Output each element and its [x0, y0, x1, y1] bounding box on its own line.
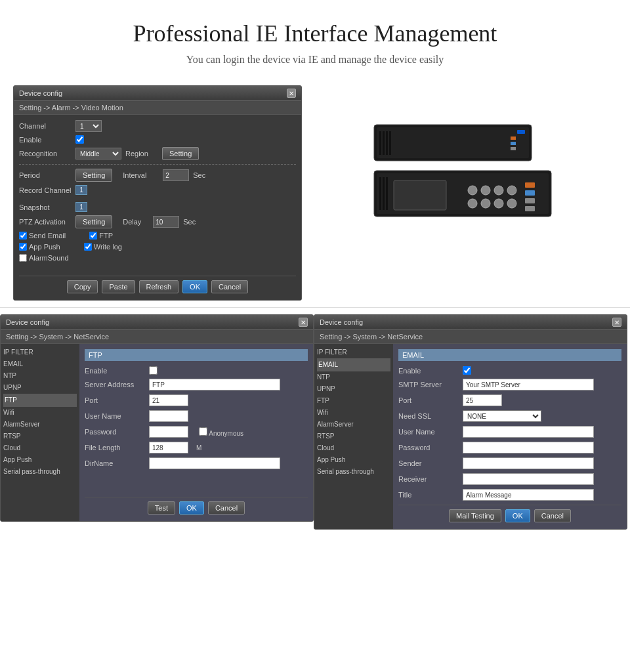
svg-rect-17	[525, 206, 535, 211]
top-row: Device config ✕ Setting -> Alarm -> Vide…	[0, 79, 630, 307]
cancel-button[interactable]: Cancel	[211, 280, 248, 293]
ftp-wrapper: FTP	[89, 232, 113, 240]
alarm-sound-checkbox[interactable]	[19, 254, 27, 262]
email-nav-rtsp[interactable]: RTSP	[317, 430, 390, 442]
email-nav-serial[interactable]: Serial pass-through	[317, 466, 390, 478]
email-nav-alarmserver[interactable]: AlarmServer	[317, 419, 390, 430]
alarm-sound-label: AlarmSound	[29, 254, 69, 262]
ftp-test-button[interactable]: Test	[148, 501, 175, 514]
nav-item-cloud[interactable]: Cloud	[3, 442, 77, 454]
channel-select[interactable]: 1	[75, 120, 102, 132]
email-smtp-input[interactable]	[463, 379, 594, 390]
ftp-dialog-breadcrumb: Setting -> System -> NetService	[1, 330, 313, 344]
ftp-dirname-input[interactable]	[149, 457, 280, 469]
email-nav-email[interactable]: EMAIL	[317, 358, 390, 371]
dvr-device-svg	[368, 112, 564, 243]
ftp-enable-checkbox[interactable]	[149, 366, 158, 375]
delay-input[interactable]	[153, 216, 179, 228]
ok-button[interactable]: OK	[182, 280, 207, 293]
ftp-username-input[interactable]	[149, 410, 188, 422]
email-nav-ntp[interactable]: NTP	[317, 371, 390, 383]
nav-item-serial[interactable]: Serial pass-through	[3, 466, 77, 478]
ftp-filelength-input[interactable]	[149, 442, 188, 453]
nav-item-ip-filter[interactable]: IP FILTER	[3, 346, 77, 358]
email-receiver-row: Receiver	[398, 473, 621, 485]
email-enable-row: Enable	[398, 366, 621, 375]
ftp-close-icon[interactable]: ✕	[299, 318, 308, 327]
copy-button[interactable]: Copy	[67, 280, 98, 293]
email-nav-ip-filter[interactable]: IP FILTER	[317, 346, 390, 358]
recognition-row: Recognition Middle Region Setting	[19, 147, 296, 160]
app-push-checkbox[interactable]	[19, 243, 27, 251]
svg-point-7	[481, 186, 490, 195]
ftp-dialog-title: Device config	[6, 318, 49, 326]
ftp-server-input[interactable]	[149, 379, 280, 390]
mail-testing-button[interactable]: Mail Testing	[449, 509, 501, 522]
write-log-checkbox[interactable]	[84, 243, 92, 251]
email-nav-ftp[interactable]: FTP	[317, 395, 390, 407]
ftp-checkbox[interactable]	[89, 232, 97, 240]
delay-label: Delay	[123, 218, 149, 226]
header-section: Professional IE Interface Management You…	[0, 0, 630, 79]
refresh-button[interactable]: Refresh	[139, 280, 179, 293]
email-sender-input[interactable]	[463, 457, 594, 469]
email-cancel-button[interactable]: Cancel	[534, 509, 571, 522]
email-title-input[interactable]	[463, 489, 594, 501]
email-ok-button[interactable]: OK	[505, 509, 530, 522]
email-password-input[interactable]	[463, 442, 594, 453]
ftp-ok-button[interactable]: OK	[179, 501, 204, 514]
svg-rect-27	[511, 147, 516, 150]
email-btn-row: Mail Testing OK Cancel	[398, 505, 621, 524]
ftp-btn-row: Test OK Cancel	[85, 497, 308, 516]
region-setting-button[interactable]: Setting	[162, 147, 199, 160]
nav-item-apppush[interactable]: App Push	[3, 454, 77, 466]
email-port-input[interactable]	[463, 394, 502, 406]
svg-rect-5	[394, 180, 446, 210]
email-nav-upnp[interactable]: UPNP	[317, 383, 390, 395]
period-setting-button[interactable]: Setting	[75, 169, 112, 182]
region-label: Region	[125, 150, 158, 158]
svg-rect-4	[386, 177, 388, 210]
email-username-input[interactable]	[463, 426, 594, 438]
interval-label: Interval	[123, 171, 159, 179]
ftp-cancel-button[interactable]: Cancel	[208, 501, 245, 514]
email-sender-row: Sender	[398, 457, 621, 469]
email-close-icon[interactable]: ✕	[612, 318, 621, 327]
email-username-label: User Name	[398, 428, 457, 436]
nav-item-alarmserver[interactable]: AlarmServer	[3, 419, 77, 430]
email-receiver-input[interactable]	[463, 473, 594, 485]
ftp-dialog: Device config ✕ Setting -> System -> Net…	[0, 314, 314, 522]
nav-item-ftp[interactable]: FTP	[3, 394, 77, 407]
send-email-checkbox[interactable]	[19, 232, 27, 240]
recognition-select[interactable]: Middle	[75, 148, 121, 159]
svg-rect-16	[525, 198, 535, 203]
email-ssl-select[interactable]: NONE	[463, 410, 541, 422]
email-title-label: Title	[398, 491, 457, 499]
paste-button[interactable]: Paste	[102, 280, 135, 293]
email-nav-wifi[interactable]: Wifi	[317, 407, 390, 419]
nav-item-upnp[interactable]: UPNP	[3, 382, 77, 394]
ftp-anonymous-wrapper: Anonymous	[199, 427, 243, 437]
email-nav-cloud[interactable]: Cloud	[317, 442, 390, 454]
ftp-password-input[interactable]	[149, 426, 188, 438]
delay-unit: Sec	[183, 218, 196, 226]
channel-row: Channel 1	[19, 120, 296, 132]
enable-row: Enable	[19, 135, 296, 144]
ftp-username-label: User Name	[85, 412, 144, 420]
checkbox-row-2: App Push Write log	[19, 243, 296, 251]
ftp-anonymous-checkbox[interactable]	[199, 427, 207, 436]
interval-input[interactable]	[163, 169, 189, 181]
nav-item-rtsp[interactable]: RTSP	[3, 430, 77, 442]
svg-rect-19	[377, 127, 529, 158]
svg-point-9	[507, 186, 516, 195]
email-nav-apppush[interactable]: App Push	[317, 454, 390, 466]
email-enable-checkbox[interactable]	[463, 366, 471, 375]
enable-checkbox[interactable]	[75, 135, 84, 144]
email-ssl-row: Need SSL NONE	[398, 410, 621, 422]
close-icon[interactable]: ✕	[287, 89, 296, 98]
ptz-setting-button[interactable]: Setting	[75, 215, 112, 228]
nav-item-email[interactable]: EMAIL	[3, 358, 77, 370]
ftp-port-input[interactable]	[149, 394, 188, 406]
nav-item-ntp[interactable]: NTP	[3, 370, 77, 382]
nav-item-wifi[interactable]: Wifi	[3, 407, 77, 419]
